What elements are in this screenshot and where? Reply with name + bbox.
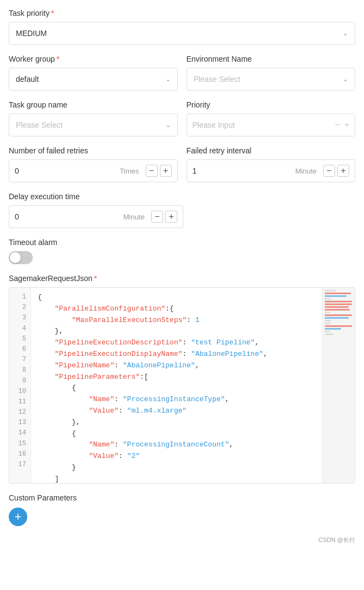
task-group-name-select[interactable]: Please Select ⌄ [9,114,178,136]
environment-name-group: Environment Name Please Select ⌄ [187,55,356,91]
retry-interval-group: Failed retry interval 1 Minute − + [187,146,356,182]
chevron-down-icon-4: ⌄ [165,121,171,129]
line-numbers: 1234567891011121314151617 [9,288,31,484]
delay-execution-input: 0 Minute − + [9,205,183,228]
chevron-down-icon-3: ⌄ [343,75,348,83]
worker-group-select[interactable]: default ⌄ [9,68,178,91]
taskgroup-priority-row: Task group name Please Select ⌄ Priority… [9,100,355,146]
environment-name-select[interactable]: Please Select ⌄ [187,68,356,91]
retries-interval-row: Number of failed retries 0 Times − + Fai… [9,146,355,192]
code-content[interactable]: { "ParallelismConfiguration":{ "MaxParal… [31,288,355,484]
minimap-lines [323,288,355,338]
timeout-alarm-label: Timeout alarm [9,238,355,247]
retries-decrement-btn[interactable]: − [146,165,158,177]
code-minimap [322,288,355,483]
worker-group-label: Worker group * [9,55,178,63]
code-editor-inner: 1234567891011121314151617 { "Parallelism… [9,288,355,484]
failed-retries-group: Number of failed retries 0 Times − + [9,146,178,182]
watermark: CSDN @长行 [9,536,355,544]
worker-group-group: Worker group * default ⌄ [9,55,178,91]
required-star-3: * [94,274,97,283]
priority-plus-btn[interactable]: + [344,120,349,130]
timeout-alarm-toggle-container [9,251,355,264]
delay-execution-group: Delay execution time 0 Minute − + [9,192,355,228]
priority-label: Priority [187,100,356,109]
sagemaker-json-group: SagemakerRequestJson * 12345678910111213… [9,274,355,484]
task-priority-group: Task priority * MEDIUM ⌄ [9,9,355,45]
sagemaker-json-editor[interactable]: 1234567891011121314151617 { "Parallelism… [9,287,355,484]
required-star: * [51,9,54,17]
chevron-down-icon: ⌄ [343,29,348,37]
worker-env-row: Worker group * default ⌄ Environment Nam… [9,55,355,100]
interval-increment-btn[interactable]: + [337,165,349,177]
task-group-name-group: Task group name Please Select ⌄ [9,100,178,136]
priority-minus-btn[interactable]: − [335,120,339,130]
add-parameter-button[interactable]: + [9,508,27,526]
chevron-down-icon-2: ⌄ [165,75,171,83]
timeout-alarm-toggle[interactable] [9,251,33,264]
timeout-alarm-group: Timeout alarm [9,238,355,264]
environment-name-label: Environment Name [187,55,356,63]
required-star-2: * [57,55,59,63]
task-priority-select[interactable]: MEDIUM ⌄ [9,22,355,45]
failed-retries-input: 0 Times − + [9,159,178,182]
task-group-name-label: Task group name [9,100,178,109]
sagemaker-json-label: SagemakerRequestJson * [9,274,355,283]
custom-params-group: Custom Parameters + [9,493,355,526]
priority-controls: − + [335,120,349,130]
priority-input-box[interactable]: Please Input − + [187,114,356,136]
failed-retries-label: Number of failed retries [9,146,178,155]
interval-decrement-btn[interactable]: − [323,165,335,177]
retry-interval-label: Failed retry interval [187,146,356,155]
task-priority-label: Task priority * [9,9,355,17]
toggle-thumb [10,252,21,263]
retries-increment-btn[interactable]: + [160,165,172,177]
delay-execution-label: Delay execution time [9,192,355,201]
priority-group: Priority Please Input − + [187,100,356,136]
delay-decrement-btn[interactable]: − [151,211,163,223]
delay-increment-btn[interactable]: + [165,211,177,223]
retry-interval-input: 1 Minute − + [187,159,356,182]
custom-params-label: Custom Parameters [9,493,355,502]
